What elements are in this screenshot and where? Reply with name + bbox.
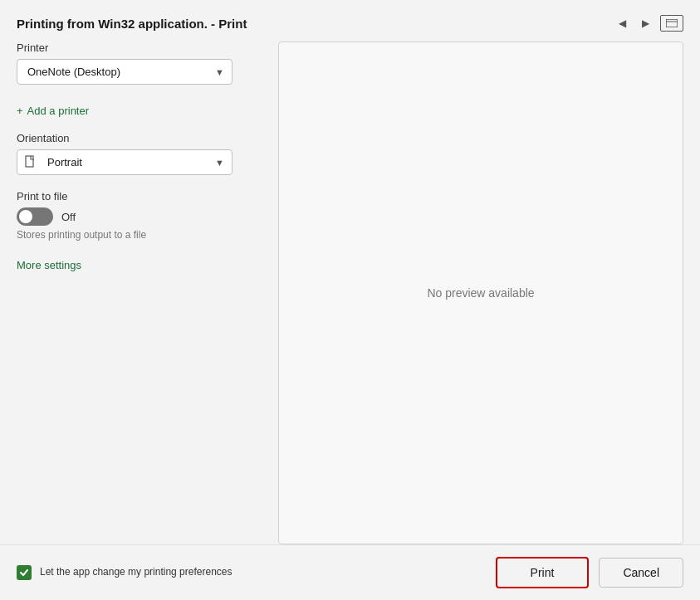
toggle-knob xyxy=(19,210,32,223)
print-to-file-label: Print to file xyxy=(17,190,262,202)
orientation-label: Orientation xyxy=(17,132,262,144)
toggle-state-label: Off xyxy=(61,211,76,223)
add-printer-label: Add a printer xyxy=(27,105,89,117)
add-printer-link[interactable]: + Add a printer xyxy=(17,105,262,117)
preferences-checkbox-label: Let the app change my printing preferenc… xyxy=(40,566,232,579)
window-title: Printing from Win32 application. - Print xyxy=(17,17,247,31)
checkbox-row: Let the app change my printing preferenc… xyxy=(17,565,482,580)
orientation-select-wrapper: Portrait Landscape ▼ xyxy=(17,149,233,175)
print-to-file-helper: Stores printing output to a file xyxy=(17,229,262,241)
more-settings-label: More settings xyxy=(17,259,81,271)
preferences-checkbox[interactable] xyxy=(17,565,32,580)
svg-rect-0 xyxy=(666,19,678,27)
print-button[interactable]: Print xyxy=(496,557,590,588)
orientation-section: Orientation Portrait Landscape ▼ xyxy=(17,132,262,175)
toggle-row: Off xyxy=(17,207,262,226)
orientation-select[interactable]: Portrait Landscape xyxy=(17,149,233,175)
nav-controls: ◀ ▶ xyxy=(614,15,683,32)
bottom-buttons: Print Cancel xyxy=(496,557,683,588)
printer-select-wrapper: OneNote (Desktop) Microsoft Print to PDF… xyxy=(17,59,233,85)
printer-section: Printer OneNote (Desktop) Microsoft Prin… xyxy=(17,41,262,85)
cancel-button[interactable]: Cancel xyxy=(599,558,683,588)
left-panel: Printer OneNote (Desktop) Microsoft Prin… xyxy=(17,41,262,544)
bottom-bar: Let the app change my printing preferenc… xyxy=(0,544,700,600)
window-icon xyxy=(660,15,683,32)
printer-label: Printer xyxy=(17,41,262,54)
more-settings-link[interactable]: More settings xyxy=(17,259,262,271)
add-printer-icon: + xyxy=(17,105,23,117)
title-bar: Printing from Win32 application. - Print… xyxy=(0,0,700,41)
forward-arrow[interactable]: ▶ xyxy=(637,15,653,32)
back-arrow[interactable]: ◀ xyxy=(614,15,630,32)
print-to-file-section: Print to file Off Stores printing output… xyxy=(17,190,262,254)
print-to-file-toggle[interactable] xyxy=(17,207,53,226)
preview-panel: No preview available xyxy=(278,41,683,544)
preview-text: No preview available xyxy=(427,286,534,300)
printer-select[interactable]: OneNote (Desktop) Microsoft Print to PDF… xyxy=(17,59,233,85)
main-content: Printer OneNote (Desktop) Microsoft Prin… xyxy=(0,41,700,544)
